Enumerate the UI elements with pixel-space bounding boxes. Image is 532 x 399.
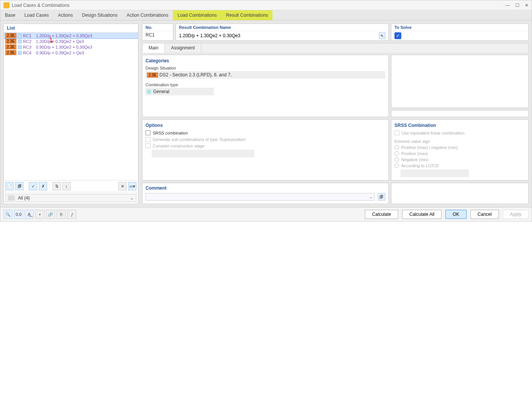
list-area[interactable]: ↘ 2.3E RC1 1.20D/p + 1.30Qe2 + 0.30Qe3 2… bbox=[4, 33, 138, 180]
ct-label: Combination type bbox=[146, 82, 385, 87]
sub-tabs: Main Assignment bbox=[142, 43, 529, 52]
view-button[interactable]: ▭▾ bbox=[128, 182, 136, 190]
name-label: Result Combination Name bbox=[176, 24, 388, 31]
maximize-button[interactable]: ☐ bbox=[515, 3, 519, 8]
apply-button[interactable]: Apply bbox=[503, 210, 529, 219]
ds-value: DS2 - Section 2.3 (LRFD), 6. and 7. bbox=[160, 72, 232, 78]
empty-panel-2 bbox=[391, 110, 529, 117]
list-item[interactable]: 2.3E RC2 1.20D/p + 0.39Qe2 + Qe3 bbox=[4, 38, 138, 44]
badge: 2.3E bbox=[5, 39, 16, 44]
equiv-checkbox: Use equivalent linear combination bbox=[394, 130, 525, 135]
color-swatch bbox=[18, 45, 22, 49]
tab-actions[interactable]: Actions bbox=[53, 10, 77, 20]
rc-desc: 0.90D/p + 1.30Qe2 + 0.30Qe3 bbox=[36, 45, 92, 49]
window-title: Load Cases & Combinations bbox=[12, 3, 505, 8]
tab-action-combinations[interactable]: Action Combinations bbox=[122, 10, 173, 20]
filter-dropdown[interactable]: All (4) ⌄ bbox=[5, 194, 136, 202]
options-section: Options SRSS combination Generate sub-co… bbox=[142, 119, 389, 180]
categories-section: Categories Design Situation 2.3E DS2 - S… bbox=[142, 55, 389, 117]
copy-button[interactable]: 🗐 bbox=[15, 182, 24, 190]
fb-6[interactable]: ⎘ bbox=[57, 210, 66, 219]
sort2-button[interactable]: ↕ bbox=[62, 182, 71, 190]
sign-opt1: Positive (max) / negative (min) bbox=[394, 145, 525, 150]
check-button[interactable]: ✓ bbox=[29, 182, 37, 190]
delete-button[interactable]: ✕ bbox=[118, 182, 127, 190]
calculate-button[interactable]: Calculate bbox=[365, 210, 398, 219]
no-value: RC1 bbox=[142, 31, 173, 39]
calculate-all-button[interactable]: Calculate All bbox=[402, 210, 442, 219]
fb-2[interactable]: 0,0 bbox=[14, 210, 23, 219]
sign-label: Extreme value sign bbox=[394, 139, 525, 144]
no-label: No. bbox=[142, 24, 173, 31]
empty-panel-1 bbox=[391, 55, 529, 108]
edit-icon[interactable]: ✎ bbox=[379, 32, 385, 39]
ok-button[interactable]: OK bbox=[445, 210, 466, 219]
fb-7[interactable]: 𝑓 bbox=[67, 210, 76, 219]
solve-checkbox[interactable]: ✓ bbox=[394, 32, 401, 39]
rc-desc: 1.20D/p + 0.39Qe2 + Qe3 bbox=[36, 39, 84, 44]
comment-label: Comment bbox=[146, 185, 385, 191]
combination-type-field[interactable]: General bbox=[146, 88, 214, 95]
color-swatch bbox=[18, 40, 22, 43]
list-item[interactable]: 2.3E RC1 1.20D/p + 1.30Qe2 + 0.30Qe3 bbox=[4, 33, 138, 38]
rc-id: RC4 bbox=[23, 51, 36, 55]
list-panel: List ↘ 2.3E RC1 1.20D/p + 1.30Qe2 + 0.30… bbox=[3, 24, 138, 204]
no-box: No. RC1 bbox=[142, 24, 173, 41]
ds-label: Design Situation bbox=[146, 66, 385, 70]
list-title: List bbox=[4, 24, 138, 33]
minimize-button[interactable]: — bbox=[505, 3, 510, 8]
rc-id: RC3 bbox=[23, 45, 36, 49]
srss-checkbox[interactable]: SRSS combination bbox=[146, 130, 385, 135]
solve-label: To Solve bbox=[391, 24, 528, 31]
list-item[interactable]: 2.3E RC3 0.90D/p + 1.30Qe2 + 0.30Qe3 bbox=[4, 44, 138, 50]
categories-title: Categories bbox=[146, 58, 385, 63]
tab-design-situations[interactable]: Design Situations bbox=[78, 10, 122, 20]
uncheck-button[interactable]: ✗ bbox=[39, 182, 47, 190]
badge: 2.3E bbox=[5, 50, 16, 55]
new-button[interactable]: 📄 bbox=[5, 182, 14, 190]
srss-title: SRSS Combination bbox=[394, 123, 525, 128]
sub-tab-main[interactable]: Main bbox=[142, 43, 165, 53]
filter-swatch bbox=[8, 195, 15, 201]
sign-opt3: Negative (min) bbox=[394, 157, 525, 162]
gensub-checkbox: Generate sub-combinations of type 'Super… bbox=[146, 137, 385, 142]
color-swatch bbox=[18, 34, 22, 38]
fb-5[interactable]: 🔗 bbox=[46, 210, 55, 219]
comment-lib-button[interactable]: 🗐 bbox=[378, 193, 385, 201]
fb-3[interactable]: A͟ bbox=[25, 210, 34, 219]
ds-badge: 2.3E bbox=[147, 73, 158, 78]
chevron-down-icon: ⌄ bbox=[130, 195, 134, 201]
tab-load-combinations[interactable]: Load Combinations bbox=[173, 10, 221, 20]
filter-label: All (4) bbox=[18, 195, 30, 201]
app-icon bbox=[3, 2, 10, 8]
design-situation-field[interactable]: 2.3E DS2 - Section 2.3 (LRFD), 6. and 7. bbox=[146, 71, 385, 79]
sort1-button[interactable]: ⇅ bbox=[52, 182, 61, 190]
name-input[interactable] bbox=[179, 33, 377, 38]
fb-1[interactable]: 🔍 bbox=[3, 210, 13, 219]
empty-panel-3 bbox=[391, 183, 529, 204]
srss-section: SRSS Combination Use equivalent linear c… bbox=[391, 119, 529, 180]
comment-section: Comment ⌄ 🗐 bbox=[142, 183, 389, 204]
rc-desc: 0.90D/p + 0.39Qe2 + Qe3 bbox=[36, 51, 84, 55]
tab-base[interactable]: Base bbox=[0, 10, 20, 20]
main-tabs: Base Load Cases Actions Design Situation… bbox=[0, 10, 532, 21]
sub-tab-assignment[interactable]: Assignment bbox=[165, 43, 201, 52]
color-swatch bbox=[18, 51, 22, 55]
tab-load-cases[interactable]: Load Cases bbox=[20, 10, 53, 20]
sign-opt2: Positive (max) bbox=[394, 151, 525, 156]
list-item[interactable]: 2.3E RC4 0.90D/p + 0.39Qe2 + Qe3 bbox=[4, 50, 138, 55]
constr-field bbox=[152, 150, 254, 157]
comment-input[interactable]: ⌄ bbox=[146, 193, 375, 201]
constr-checkbox: Consider construction stage bbox=[146, 143, 385, 148]
cancel-button[interactable]: Cancel bbox=[470, 210, 499, 219]
fb-4[interactable]: • bbox=[35, 210, 44, 219]
close-button[interactable]: ✕ bbox=[525, 3, 529, 8]
chevron-down-icon: ⌄ bbox=[369, 194, 373, 200]
name-box: Result Combination Name ✎ bbox=[176, 24, 389, 41]
rc-id: RC1 bbox=[23, 33, 36, 38]
titlebar: Load Cases & Combinations — ☐ ✕ bbox=[0, 0, 532, 10]
badge: 2.3E bbox=[5, 33, 16, 38]
tab-result-combinations[interactable]: Result Combinations bbox=[222, 10, 273, 20]
options-title: Options bbox=[146, 123, 385, 128]
sign-opt4: According to LC/CO bbox=[394, 163, 525, 168]
